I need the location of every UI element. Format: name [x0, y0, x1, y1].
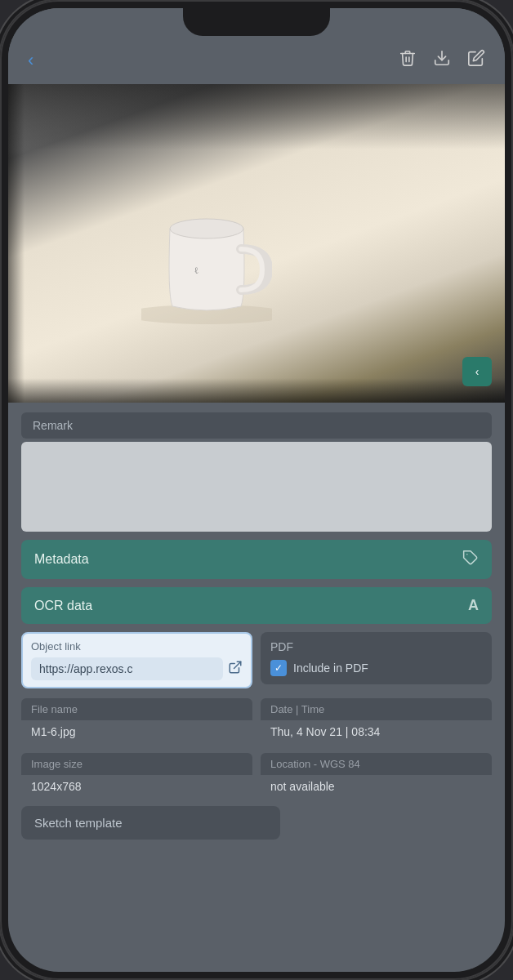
- ocr-label: OCR data: [34, 599, 92, 613]
- link-pdf-row: Object link: [21, 632, 492, 688]
- edit-icon[interactable]: [467, 49, 485, 71]
- ocr-section-button[interactable]: OCR data A: [21, 587, 492, 624]
- ocr-icon: A: [468, 597, 479, 614]
- screen: ‹: [8, 8, 505, 972]
- pdf-box: PDF ✓ Include in PDF: [261, 632, 492, 684]
- location-value: not available: [261, 775, 492, 798]
- file-name-item: File name M1-6.jpg: [21, 698, 252, 743]
- pdf-column: PDF ✓ Include in PDF: [261, 632, 492, 688]
- image-border-left: [8, 84, 25, 403]
- include-pdf-checkbox[interactable]: ✓: [270, 660, 287, 676]
- remark-textarea[interactable]: [21, 442, 492, 532]
- download-icon[interactable]: [433, 49, 451, 71]
- svg-point-2: [170, 219, 243, 238]
- main-content: Remark Metadata OCR data A: [8, 412, 505, 856]
- include-pdf-row: ✓ Include in PDF: [270, 660, 482, 676]
- phone-frame: ‹: [0, 0, 513, 980]
- svg-text:ℓ: ℓ: [194, 265, 199, 275]
- image-overlay-top: [8, 84, 505, 149]
- image-size-value: 1024x768: [21, 775, 252, 798]
- file-name-label: File name: [21, 698, 252, 720]
- image-area: ℓ ‹: [8, 84, 505, 403]
- remark-label: Remark: [21, 412, 492, 439]
- datetime-item: Date | Time Thu, 4 Nov 21 | 08:34: [261, 698, 492, 743]
- metadata-icon: [462, 550, 479, 569]
- notch: [183, 8, 330, 36]
- object-link-box: Object link: [21, 632, 252, 688]
- datetime-value: Thu, 4 Nov 21 | 08:34: [261, 720, 492, 743]
- file-name-value: M1-6.jpg: [21, 720, 252, 743]
- object-link-input-row: [31, 657, 243, 680]
- metadata-label: Metadata: [34, 552, 89, 567]
- image-nav-button[interactable]: ‹: [462, 357, 492, 386]
- svg-line-5: [234, 662, 241, 668]
- delete-icon[interactable]: [399, 49, 417, 71]
- datetime-label: Date | Time: [261, 698, 492, 720]
- image-border-bottom: [8, 378, 505, 403]
- sketch-template-button[interactable]: Sketch template: [21, 806, 280, 840]
- nav-right: [399, 49, 485, 71]
- mug-scene: ℓ: [8, 84, 505, 403]
- object-link-label: Object link: [31, 640, 243, 653]
- content: ‹: [8, 8, 505, 972]
- back-button[interactable]: ‹: [28, 50, 33, 71]
- pdf-label: PDF: [270, 640, 482, 653]
- file-meta-row: File name M1-6.jpg Date | Time Thu, 4 No…: [21, 698, 492, 743]
- image-size-label: Image size: [21, 753, 252, 775]
- include-pdf-text: Include in PDF: [293, 662, 368, 675]
- external-link-icon[interactable]: [228, 660, 243, 678]
- object-link-column: Object link: [21, 632, 252, 688]
- metadata-section-button[interactable]: Metadata: [21, 540, 492, 579]
- location-item: Location - WGS 84 not available: [261, 753, 492, 798]
- location-label: Location - WGS 84: [261, 753, 492, 775]
- mug-image: ℓ: [141, 180, 272, 330]
- image-meta-row: Image size 1024x768 Location - WGS 84 no…: [21, 753, 492, 798]
- image-size-item: Image size 1024x768: [21, 753, 252, 798]
- nav-left: ‹: [28, 50, 33, 71]
- object-link-input[interactable]: [31, 657, 223, 680]
